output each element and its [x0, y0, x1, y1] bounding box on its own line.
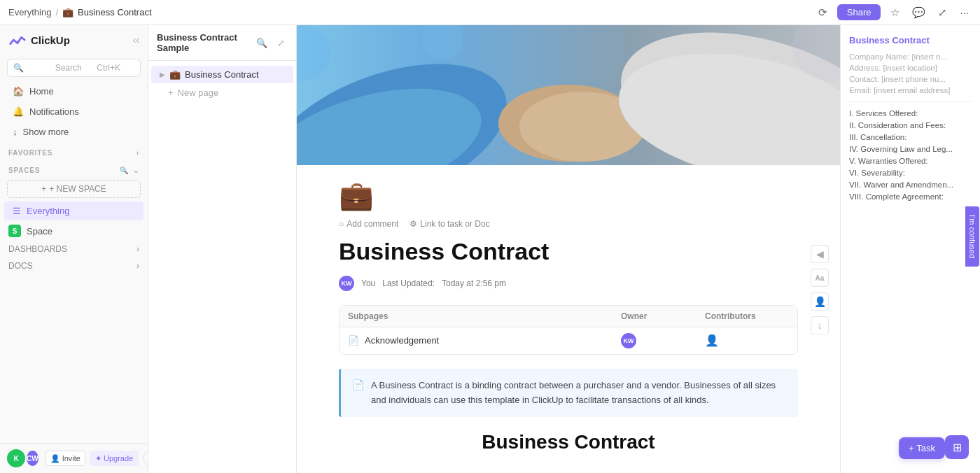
favorites-expand-icon: ›: [136, 149, 139, 157]
toc-section-item[interactable]: II. Consideration and Fees:: [849, 121, 972, 129]
everything-grid-icon: ☰: [13, 206, 21, 216]
link-task-button[interactable]: ⚙ Link to task or Doc: [410, 219, 489, 229]
grid-view-button[interactable]: ⊞: [945, 435, 969, 459]
clickup-logo[interactable]: ClickUp: [8, 31, 70, 49]
add-task-button[interactable]: + Task: [899, 437, 945, 459]
invite-button[interactable]: 👤 Invite: [46, 451, 85, 466]
breadcrumb-sep: /: [55, 7, 58, 17]
search-placeholder: Search: [55, 63, 93, 73]
subpage-label: Acknowledgement: [365, 335, 439, 346]
toc-section-item[interactable]: VII. Waiver and Amendmen...: [849, 181, 972, 189]
chat-icon[interactable]: 💬: [909, 5, 928, 20]
toc-section-item[interactable]: V. Warranties Offered:: [849, 157, 972, 165]
add-comment-button[interactable]: ○ Add comment: [339, 219, 398, 229]
toc-section-item[interactable]: IV. Governing Law and Leg...: [849, 145, 972, 153]
link-icon: ⚙: [410, 219, 417, 229]
sidebar-bottom: K CW 👤 Invite ✦ Upgrade ?: [0, 443, 148, 473]
sidebar-item-show-more[interactable]: ↓ Show more: [4, 122, 144, 141]
hero-svg: [297, 25, 840, 165]
sidebar-everything-label: Everything: [27, 206, 69, 216]
new-space-button[interactable]: + + NEW SPACE: [7, 180, 141, 198]
person-icon: 👤: [50, 454, 60, 463]
help-button[interactable]: ?: [143, 451, 148, 466]
new-space-plus-icon: +: [41, 184, 46, 194]
docs-section[interactable]: DOCS ›: [0, 257, 148, 274]
doc-panel-title: Business Contract Sample: [157, 32, 253, 53]
breadcrumb-doc[interactable]: Business Contract: [78, 7, 152, 17]
doc-tree-item-business-contract[interactable]: ▶ 💼 Business Contract: [151, 66, 293, 83]
clickup-logo-icon: [8, 31, 27, 49]
search-icon: 🔍: [13, 63, 51, 73]
dashboards-label: DASHBOARDS: [8, 244, 67, 254]
upgrade-button[interactable]: ✦ Upgrade: [90, 451, 139, 466]
expand-arrow-icon: ▶: [160, 71, 165, 78]
toc-fields: Company Name: [insert n...Address: [inse…: [849, 52, 972, 94]
spaces-chevron-icon[interactable]: ⌄: [133, 167, 139, 174]
doc-author: You: [361, 278, 375, 288]
doc-panel-header-icons: 🔍 ⤢: [253, 36, 288, 50]
toc-panel: Business Contract Company Name: [insert …: [840, 25, 980, 473]
upgrade-icon: ✦: [95, 454, 102, 463]
doc-content: 💼 ○ Add comment ⚙ Link to task or Doc Bu…: [297, 165, 840, 473]
toc-section-item[interactable]: VI. Severability:: [849, 169, 972, 177]
subpages-header: Subpages Owner Contributors: [340, 306, 797, 327]
more-icon[interactable]: ···: [957, 5, 972, 20]
docs-chevron-icon: ›: [136, 261, 139, 271]
doc-icon-area: 💼: [339, 165, 798, 219]
info-box: 📄 A Business Contract is a binding contr…: [339, 369, 798, 418]
collapse-sidebar-button[interactable]: ‹‹: [133, 34, 139, 45]
toc-section-item[interactable]: III. Cancellation:: [849, 133, 972, 141]
sidebar-item-home[interactable]: 🏠 Home: [4, 82, 144, 101]
user-avatar-cw: CW: [25, 449, 40, 467]
doc-meta: KW You Last Updated: Today at 2:56 pm: [339, 276, 798, 291]
search-bar[interactable]: 🔍 Search Ctrl+K: [7, 59, 141, 77]
subpage-name: 📄 Acknowledgement: [348, 335, 621, 346]
sidebar-item-everything[interactable]: ☰ Everything: [4, 202, 144, 220]
spaces-search-icon[interactable]: 🔍: [120, 167, 129, 174]
comment-icon: ○: [339, 219, 344, 229]
new-space-label: + NEW SPACE: [49, 184, 106, 194]
sidebar-notifications-label: Notifications: [29, 106, 79, 117]
sidebar-home-label: Home: [29, 86, 54, 97]
docs-label: DOCS: [8, 261, 33, 271]
bell-icon: 🔔: [13, 106, 24, 117]
spaces-label: SPACES: [8, 167, 40, 174]
sidebar-item-space[interactable]: S Space: [0, 221, 148, 241]
sync-icon[interactable]: ⟳: [816, 5, 830, 20]
toc-section-item[interactable]: I. Services Offered:: [849, 109, 972, 118]
share-button[interactable]: Share: [837, 4, 881, 20]
doc-panel-search-icon[interactable]: 🔍: [253, 36, 270, 50]
author-avatar: KW: [339, 276, 354, 291]
spaces-section: SPACES 🔍 ⌄: [0, 160, 148, 177]
home-icon: 🏠: [13, 86, 24, 97]
add-comment-label: Add comment: [346, 219, 398, 229]
doc-tree-item-label: Business Contract: [185, 69, 259, 80]
dashboards-section[interactable]: DASHBOARDS ›: [0, 241, 148, 257]
doc-panel: Business Contract Sample 🔍 ⤢ ▶ 💼 Busines…: [148, 25, 297, 473]
user-avatar-k: K: [7, 449, 25, 467]
expand-icon[interactable]: ⤢: [935, 5, 950, 20]
breadcrumb-everything[interactable]: Everything: [8, 7, 51, 17]
toc-section-item[interactable]: VIII. Complete Agreement:: [849, 192, 972, 201]
table-row[interactable]: 📄 Acknowledgement KW 👤: [340, 327, 797, 354]
breadcrumb-doc-icon: 💼: [62, 7, 74, 17]
contributors-col-label: Contributors: [705, 311, 789, 321]
favorites-label: FAVORITES: [8, 149, 52, 157]
sidebar-show-more-label: Show more: [23, 127, 69, 137]
new-page-item[interactable]: + New page: [148, 84, 296, 101]
feedback-tab[interactable]: I'm confused: [965, 206, 979, 267]
link-task-label: Link to task or Doc: [420, 219, 489, 229]
doc-panel-expand-icon[interactable]: ⤢: [274, 36, 288, 50]
doc-section-title: Business Contract: [339, 431, 798, 453]
doc-title: Business Contract: [339, 237, 798, 266]
doc-main-icon: 💼: [339, 179, 374, 212]
hero-image: [297, 25, 840, 165]
toc-field: Address: [insert location]: [849, 64, 972, 72]
sidebar-header: ClickUp ‹‹: [0, 25, 148, 55]
invite-label: Invite: [62, 454, 80, 463]
star-icon[interactable]: ☆: [888, 5, 902, 20]
doc-last-updated-time: Today at 2:56 pm: [442, 278, 506, 288]
sidebar-item-notifications[interactable]: 🔔 Notifications: [4, 102, 144, 121]
dashboards-chevron-icon: ›: [136, 244, 139, 254]
info-box-text: A Business Contract is a binding contrac…: [371, 379, 787, 408]
